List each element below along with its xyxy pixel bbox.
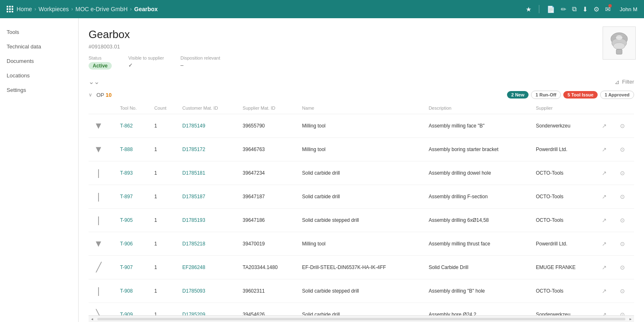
app-grid-button[interactable] — [7, 6, 13, 12]
action-share-cell[interactable]: ↗ — [598, 279, 616, 303]
svg-point-2 — [613, 43, 625, 49]
sidebar-item-tools[interactable]: Tools — [0, 25, 78, 39]
breadcrumb-company[interactable]: MOC e-Drive GmbH — [75, 6, 127, 12]
tool-no-cell[interactable]: T-906 — [116, 232, 150, 256]
col-desc: Description — [425, 102, 532, 114]
tool-table: Tool No. Count Customer Mat. ID Supplier… — [89, 102, 634, 322]
cust-mat-cell[interactable]: D1785093 — [178, 279, 239, 303]
copy-icon[interactable]: ⧉ — [572, 5, 577, 13]
breadcrumb-home[interactable]: Home — [17, 6, 32, 12]
scroll-left-arrow[interactable]: ◂ — [89, 317, 96, 321]
disposition-dash-icon: – — [180, 62, 183, 68]
cust-mat-cell[interactable]: D1785218 — [178, 232, 239, 256]
sidebar-item-documents[interactable]: Documents — [0, 54, 78, 68]
visible-check-icon: ✓ — [128, 62, 133, 68]
action-copy-cell[interactable]: ⊙ — [616, 114, 634, 138]
share-icon[interactable]: ↗ — [602, 146, 607, 153]
action-share-cell[interactable]: ↗ — [598, 138, 616, 161]
action-share-cell[interactable]: ↗ — [598, 114, 616, 138]
col-cust-mat: Customer Mat. ID — [178, 102, 239, 114]
badge-toolissue[interactable]: 5 Tool Issue — [563, 91, 598, 99]
download-icon[interactable]: ⬇ — [582, 5, 588, 13]
op-number: 10 — [106, 92, 111, 98]
share-icon[interactable]: ↗ — [602, 123, 607, 129]
breadcrumb-workpieces[interactable]: Workpieces — [38, 6, 69, 12]
action-copy-cell[interactable]: ⊙ — [616, 279, 634, 303]
share-icon[interactable]: ↗ — [602, 288, 607, 294]
gearbox-image — [605, 29, 634, 58]
star-icon[interactable]: ★ — [526, 5, 531, 13]
copy-action-icon[interactable]: ⊙ — [620, 123, 625, 129]
copy-action-icon[interactable]: ⊙ — [620, 170, 625, 176]
document-icon[interactable]: 📄 — [547, 5, 555, 13]
edit-icon[interactable]: ✏ — [561, 5, 566, 13]
settings-icon[interactable]: ⚙ — [594, 5, 599, 13]
action-share-cell[interactable]: ↗ — [598, 161, 616, 185]
tool-no-cell[interactable]: T-908 — [116, 279, 150, 303]
sidebar-item-technical-data[interactable]: Technical data — [0, 39, 78, 54]
desc-cell: Assembly drilling "B" hole — [425, 279, 532, 303]
supplier-cell: Powerdrill Ltd. — [532, 138, 598, 161]
sidebar-item-settings[interactable]: Settings — [0, 83, 78, 97]
action-share-cell[interactable]: ↗ — [598, 232, 616, 256]
action-copy-cell[interactable]: ⊙ — [616, 185, 634, 209]
tool-icon-cell: | — [89, 279, 116, 303]
collapse-button[interactable]: ⌄⌄ — [89, 78, 99, 86]
supp-mat-cell: 39647187 — [238, 185, 298, 209]
tool-no-cell[interactable]: T-907 — [116, 256, 150, 279]
name-cell: Milling tool — [298, 138, 425, 161]
badge-new[interactable]: 2 New — [507, 91, 529, 99]
action-copy-cell[interactable]: ⊙ — [616, 232, 634, 256]
copy-action-icon[interactable]: ⊙ — [620, 146, 625, 153]
share-icon[interactable]: ↗ — [602, 264, 607, 271]
tool-no-cell[interactable]: T-862 — [116, 114, 150, 138]
cust-mat-cell[interactable]: EF286248 — [178, 256, 239, 279]
share-icon[interactable]: ↗ — [602, 217, 607, 223]
copy-action-icon[interactable]: ⊙ — [620, 288, 625, 294]
horizontal-scrollbar[interactable]: ◂ ▸ — [89, 315, 634, 322]
action-copy-cell[interactable]: ⊙ — [616, 161, 634, 185]
name-cell: Solid carbide stepped drill — [298, 279, 425, 303]
sidebar: Tools Technical data Documents Locations… — [0, 18, 79, 322]
count-cell: 1 — [150, 138, 178, 161]
badge-runoff[interactable]: 1 Run-Off — [531, 91, 561, 99]
tool-icon: | — [93, 188, 104, 205]
action-share-cell[interactable]: ↗ — [598, 209, 616, 232]
tool-no-cell[interactable]: T-893 — [116, 161, 150, 185]
name-cell: Milling tool — [298, 232, 425, 256]
action-copy-cell[interactable]: ⊙ — [616, 209, 634, 232]
cust-mat-cell[interactable]: D1785181 — [178, 161, 239, 185]
badge-approved[interactable]: 1 Approved — [600, 91, 634, 99]
svg-point-4 — [616, 35, 622, 40]
action-share-cell[interactable]: ↗ — [598, 256, 616, 279]
page-id: #0918003.01 — [89, 43, 634, 50]
copy-action-icon[interactable]: ⊙ — [620, 193, 625, 200]
share-icon[interactable]: ↗ — [602, 193, 607, 200]
col-icon — [89, 102, 116, 114]
action-copy-cell[interactable]: ⊙ — [616, 138, 634, 161]
badges-row: 2 New 1 Run-Off 5 Tool Issue 1 Approved — [507, 91, 634, 99]
copy-action-icon[interactable]: ⊙ — [620, 217, 625, 223]
scroll-track[interactable] — [97, 318, 625, 320]
cust-mat-cell[interactable]: D1785193 — [178, 209, 239, 232]
cust-mat-cell[interactable]: D1785149 — [178, 114, 239, 138]
copy-action-icon[interactable]: ⊙ — [620, 240, 625, 247]
bell-icon[interactable]: ✉ — [605, 5, 610, 13]
share-icon[interactable]: ↗ — [602, 170, 607, 176]
cust-mat-cell[interactable]: D1785187 — [178, 185, 239, 209]
tool-no-cell[interactable]: T-905 — [116, 209, 150, 232]
col-name: Name — [298, 102, 425, 114]
filter-area[interactable]: ⊿ Filter — [615, 79, 634, 85]
scroll-right-arrow[interactable]: ▸ — [627, 317, 634, 321]
cust-mat-cell[interactable]: D1785172 — [178, 138, 239, 161]
tool-icon: ▼ — [93, 235, 104, 252]
tool-no-cell[interactable]: T-897 — [116, 185, 150, 209]
tool-no-cell[interactable]: T-888 — [116, 138, 150, 161]
op-chevron-icon[interactable]: ∨ — [89, 92, 92, 98]
share-icon[interactable]: ↗ — [602, 240, 607, 247]
sidebar-item-locations[interactable]: Locations — [0, 68, 78, 83]
copy-action-icon[interactable]: ⊙ — [620, 264, 625, 271]
action-copy-cell[interactable]: ⊙ — [616, 256, 634, 279]
count-cell: 1 — [150, 185, 178, 209]
action-share-cell[interactable]: ↗ — [598, 185, 616, 209]
